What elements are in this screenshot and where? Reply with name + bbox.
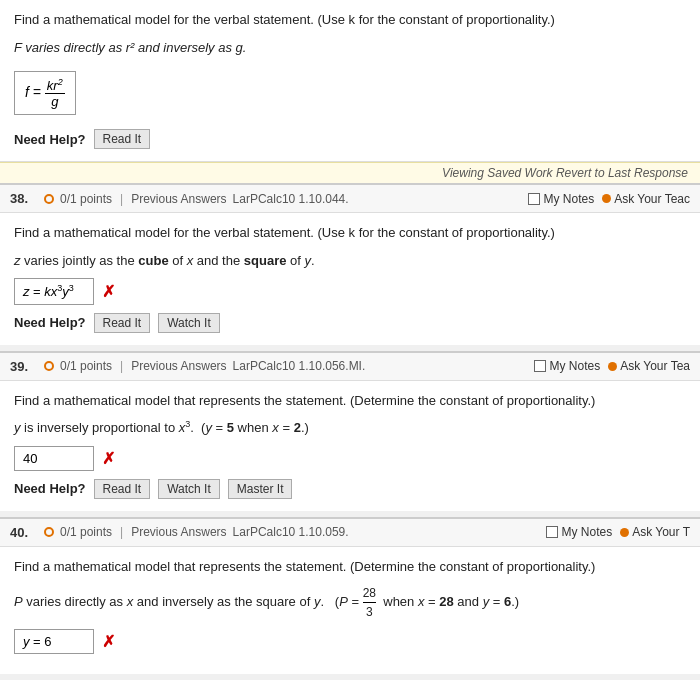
viewing-saved-work-bar: Viewing Saved Work Revert to Last Respon…	[0, 162, 700, 183]
question-header-40: 40. 0/1 points | Previous Answers LarPCa…	[0, 519, 700, 547]
top-formula-box: f = kr2 g	[14, 71, 76, 115]
q38-answer-area: z = kx3y3 ✗	[14, 278, 686, 304]
q39-need-help: Need Help? Read It Watch It Master It	[14, 479, 686, 499]
need-help-label-39: Need Help?	[14, 481, 86, 496]
q39-text: Find a mathematical model that represent…	[14, 391, 686, 411]
top-need-help: Need Help? Read It	[14, 129, 686, 149]
question-body-39: Find a mathematical model that represent…	[0, 381, 700, 511]
question-block-40: 40. 0/1 points | Previous Answers LarPCa…	[0, 517, 700, 675]
question-body-40: Find a mathematical model that represent…	[0, 547, 700, 675]
read-it-button-39[interactable]: Read It	[94, 479, 151, 499]
watch-it-button-39[interactable]: Watch It	[158, 479, 220, 499]
q39-answer-area: 40 ✗	[14, 446, 686, 471]
need-help-label-38: Need Help?	[14, 315, 86, 330]
orange-dot-40	[620, 528, 629, 537]
question-header-38: 38. 0/1 points | Previous Answers LarPCa…	[0, 185, 700, 213]
q40-variation: P varies directly as x and inversely as …	[14, 584, 686, 621]
page-wrapper: Find a mathematical model for the verbal…	[0, 0, 700, 674]
ask-teacher-38[interactable]: Ask Your Teac	[602, 192, 690, 206]
need-help-label: Need Help?	[14, 132, 86, 147]
course-code-40: LarPCalc10 1.10.059.	[233, 525, 349, 539]
notes-checkbox-40	[546, 526, 558, 538]
points-40: 0/1 points	[60, 525, 112, 539]
top-partial-question: Find a mathematical model for the verbal…	[0, 0, 700, 162]
my-notes-38[interactable]: My Notes	[528, 192, 594, 206]
read-it-button-top[interactable]: Read It	[94, 129, 151, 149]
orange-dot-38	[602, 194, 611, 203]
master-it-button-39[interactable]: Master It	[228, 479, 293, 499]
question-body-38: Find a mathematical model for the verbal…	[0, 213, 700, 344]
q39-x-mark: ✗	[102, 449, 115, 468]
header-right-40: My Notes Ask Your T	[546, 525, 690, 539]
course-code-39: LarPCalc10 1.10.056.MI.	[233, 359, 366, 373]
header-right-39: My Notes Ask Your Tea	[534, 359, 690, 373]
q40-answer-area: y = 6 ✗	[14, 629, 686, 654]
question-number-38: 38.	[10, 191, 38, 206]
q38-variation: z varies jointly as the cube of x and th…	[14, 251, 686, 271]
question-number-39: 39.	[10, 359, 38, 374]
fraction: kr2 g	[45, 77, 65, 109]
q40-answer-input: y = 6	[14, 629, 94, 654]
top-question-text: Find a mathematical model for the verbal…	[14, 10, 686, 30]
question-header-39: 39. 0/1 points | Previous Answers LarPCa…	[0, 353, 700, 381]
my-notes-39[interactable]: My Notes	[534, 359, 600, 373]
q38-text: Find a mathematical model for the verbal…	[14, 223, 686, 243]
status-dot-40	[44, 527, 54, 537]
ask-teacher-40[interactable]: Ask Your T	[620, 525, 690, 539]
watch-it-button-38[interactable]: Watch It	[158, 313, 220, 333]
question-block-38: 38. 0/1 points | Previous Answers LarPCa…	[0, 183, 700, 344]
read-it-button-38[interactable]: Read It	[94, 313, 151, 333]
points-38: 0/1 points	[60, 192, 112, 206]
q39-answer-input: 40	[14, 446, 94, 471]
q38-x-mark: ✗	[102, 282, 115, 301]
prev-answers-38: Previous Answers	[131, 192, 226, 206]
question-number-40: 40.	[10, 525, 38, 540]
prev-answers-40: Previous Answers	[131, 525, 226, 539]
q39-variation: y is inversely proportional to x3. (y = …	[14, 418, 686, 438]
q38-answer-input: z = kx3y3	[14, 278, 94, 304]
status-dot-39	[44, 361, 54, 371]
top-variation-text: F varies directly as r² and inversely as…	[14, 38, 686, 58]
my-notes-40[interactable]: My Notes	[546, 525, 612, 539]
notes-checkbox-38	[528, 193, 540, 205]
q40-x-mark: ✗	[102, 632, 115, 651]
q40-text: Find a mathematical model that represent…	[14, 557, 686, 577]
status-dot-38	[44, 194, 54, 204]
question-block-39: 39. 0/1 points | Previous Answers LarPCa…	[0, 351, 700, 511]
prev-answers-39: Previous Answers	[131, 359, 226, 373]
header-right-38: My Notes Ask Your Teac	[528, 192, 690, 206]
q38-need-help: Need Help? Read It Watch It	[14, 313, 686, 333]
notes-checkbox-39	[534, 360, 546, 372]
points-39: 0/1 points	[60, 359, 112, 373]
course-code-38: LarPCalc10 1.10.044.	[233, 192, 349, 206]
orange-dot-39	[608, 362, 617, 371]
ask-teacher-39[interactable]: Ask Your Tea	[608, 359, 690, 373]
